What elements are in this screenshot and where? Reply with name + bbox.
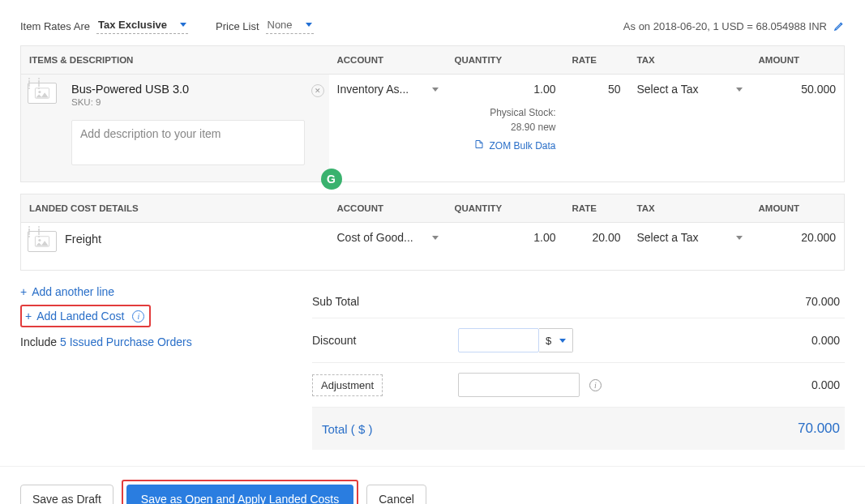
price-list-value: None [268,19,293,31]
th-landed: LANDED COST DETAILS [21,194,329,223]
chevron-down-icon [432,236,439,240]
th-tax: TAX [629,194,751,223]
chevron-down-icon [180,23,186,27]
discount-value: 0.000 [743,334,840,347]
th-rate: RATE [564,194,629,223]
chevron-down-icon [736,236,743,240]
landed-tax-select[interactable]: Select a Tax [637,231,743,244]
adjustment-value: 0.000 [743,378,840,391]
bulk-data-link[interactable]: ZOM Bulk Data [474,139,555,152]
adjustment-label-input[interactable]: Adjustment [312,374,383,396]
add-landed-cost-link[interactable]: + Add Landed Cost i [25,310,144,322]
item-sku: SKU: 9 [71,97,321,107]
th-tax: TAX [629,46,751,75]
svg-point-1 [38,91,41,93]
item-rates-dropdown[interactable]: Tax Exclusive [96,18,188,34]
file-icon [474,139,484,152]
stock-value: 28.90 new [455,120,556,135]
landed-item-name[interactable]: Freight [65,231,321,246]
save-draft-button[interactable]: Save as Draft [20,485,113,504]
subtotal-label: Sub Total [312,295,458,308]
include-label: Include [20,335,60,348]
save-open-highlight: Save as Open and Apply Landed Costs [122,480,358,504]
add-landed-highlight: + Add Landed Cost i [20,305,151,327]
plus-icon: + [25,310,32,322]
tax-value: Select a Tax [637,83,699,96]
total-label: Total ( $ ) [322,422,525,436]
discount-input[interactable] [458,328,539,352]
description-input[interactable]: Add description to your item [71,120,305,165]
stock-label: Physical Stock: [455,105,556,120]
price-list-dropdown[interactable]: None [266,18,314,34]
total-value: 70.000 [525,421,840,437]
grammarly-icon: G [321,169,342,190]
tax-select[interactable]: Select a Tax [637,83,743,96]
item-rates-label: Item Rates Are [20,20,90,32]
landed-amount-value: 20.000 [759,231,837,244]
chevron-down-icon [432,88,439,92]
price-list-label: Price List [216,20,259,32]
th-items: ITEMS & DESCRIPTION [21,46,329,75]
item-rates-value: Tax Exclusive [98,19,167,31]
rate-input[interactable]: 50 [572,83,621,96]
th-quantity: QUANTITY [447,46,564,75]
th-quantity: QUANTITY [447,194,564,223]
drag-handle-icon[interactable]: ⋮⋮⋮⋮ [24,229,43,234]
save-open-button[interactable]: Save as Open and Apply Landed Costs [126,485,353,504]
landed-account-select[interactable]: Cost of Good... [337,231,439,244]
th-amount: AMOUNT [751,46,845,75]
exchange-rate-text: As on 2018-06-20, 1 USD = 68.054988 INR [623,20,827,32]
quantity-input[interactable]: 1.00 [455,83,556,96]
landed-rate-input[interactable]: 20.00 [572,231,621,244]
th-amount: AMOUNT [751,194,845,223]
chevron-down-icon [736,88,743,92]
cancel-button[interactable]: Cancel [366,485,426,504]
svg-point-3 [38,239,41,241]
th-rate: RATE [564,46,629,75]
issued-po-link[interactable]: 5 Issued Purchase Orders [60,335,192,348]
account-value: Inventory As... [337,83,409,96]
add-line-link[interactable]: + Add another line [20,285,280,298]
plus-icon: + [20,285,27,298]
info-icon[interactable]: i [132,310,144,322]
discount-currency-select[interactable]: $ [539,328,573,352]
drag-handle-icon[interactable]: ⋮⋮⋮⋮ [24,81,43,86]
chevron-down-icon [559,339,566,343]
amount-value: 50.000 [759,83,837,96]
edit-rate-icon[interactable] [833,20,845,32]
subtotal-value: 70.000 [743,295,840,308]
chevron-down-icon [306,23,312,27]
th-account: ACCOUNT [329,46,447,75]
landed-quantity-input[interactable]: 1.00 [455,231,556,244]
clear-item-icon[interactable]: ✕ [311,84,324,97]
info-icon[interactable]: i [589,379,602,391]
adjustment-input[interactable] [458,373,580,397]
item-name[interactable]: Bus-Powered USB 3.0 [71,83,321,96]
discount-label: Discount [312,334,458,347]
account-select[interactable]: Inventory As... [337,83,439,96]
th-account: ACCOUNT [329,194,447,223]
